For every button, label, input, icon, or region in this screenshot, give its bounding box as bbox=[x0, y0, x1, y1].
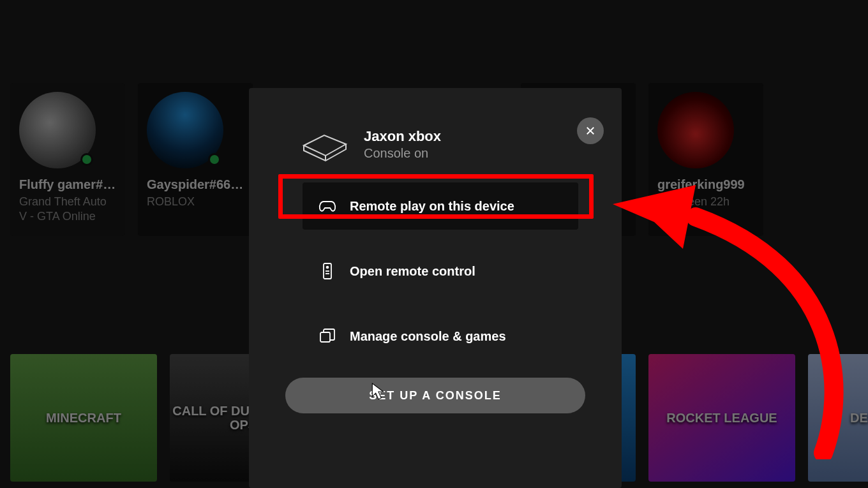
friend-status: Grand Theft Auto V - GTA Online bbox=[19, 195, 116, 223]
game-tile[interactable]: ROCKET LEAGUE bbox=[648, 354, 795, 482]
close-icon bbox=[585, 125, 596, 137]
manage-console-button[interactable]: Manage console & games bbox=[303, 313, 578, 360]
setup-label: SET UP A CONSOLE bbox=[369, 389, 501, 403]
stack-icon bbox=[318, 327, 337, 346]
remote-icon bbox=[318, 262, 337, 281]
game-tile[interactable]: DESCEND bbox=[808, 354, 868, 482]
presence-dot bbox=[80, 153, 93, 166]
remote-play-button[interactable]: Remote play on this device bbox=[303, 182, 578, 230]
option-list: Remote play on this device Open remote c… bbox=[303, 182, 578, 360]
friend-card[interactable]: greiferking999 Last seen 22h ago: Home bbox=[648, 83, 763, 236]
game-label: DESCEND bbox=[850, 411, 868, 425]
option-label: Remote play on this device bbox=[350, 199, 514, 214]
game-tile[interactable]: MINECRAFT bbox=[10, 354, 157, 482]
close-button[interactable] bbox=[577, 117, 604, 144]
open-remote-button[interactable]: Open remote control bbox=[303, 248, 578, 295]
friend-name: Fluffy gamer#… bbox=[19, 177, 116, 192]
controller-icon bbox=[318, 196, 337, 216]
avatar bbox=[657, 92, 734, 168]
friend-card[interactable]: Gayspider#6612 ROBLOX bbox=[138, 83, 253, 236]
console-dialog: Jaxon xbox Console on Remote play on thi… bbox=[249, 88, 622, 488]
friend-status: ROBLOX bbox=[147, 195, 244, 209]
console-status: Console on bbox=[364, 146, 441, 161]
game-label: ROCKET LEAGUE bbox=[666, 411, 777, 425]
avatar bbox=[147, 92, 223, 168]
friend-name: Gayspider#6612 bbox=[147, 177, 244, 192]
avatar bbox=[19, 92, 96, 168]
setup-console-button[interactable]: SET UP A CONSOLE bbox=[285, 378, 585, 413]
option-label: Open remote control bbox=[350, 264, 475, 279]
svg-point-1 bbox=[327, 267, 329, 269]
svg-rect-4 bbox=[320, 332, 330, 342]
friend-card[interactable]: Fluffy gamer#… Grand Theft Auto V - GTA … bbox=[10, 83, 125, 236]
game-label: MINECRAFT bbox=[46, 411, 121, 425]
friend-name: greiferking999 bbox=[657, 177, 754, 192]
console-icon bbox=[299, 125, 351, 163]
console-header: Jaxon xbox Console on bbox=[299, 125, 604, 163]
console-name: Jaxon xbox bbox=[364, 128, 441, 145]
option-label: Manage console & games bbox=[350, 329, 506, 344]
presence-dot bbox=[208, 153, 221, 166]
friend-status: Last seen 22h ago: Home bbox=[657, 195, 754, 223]
